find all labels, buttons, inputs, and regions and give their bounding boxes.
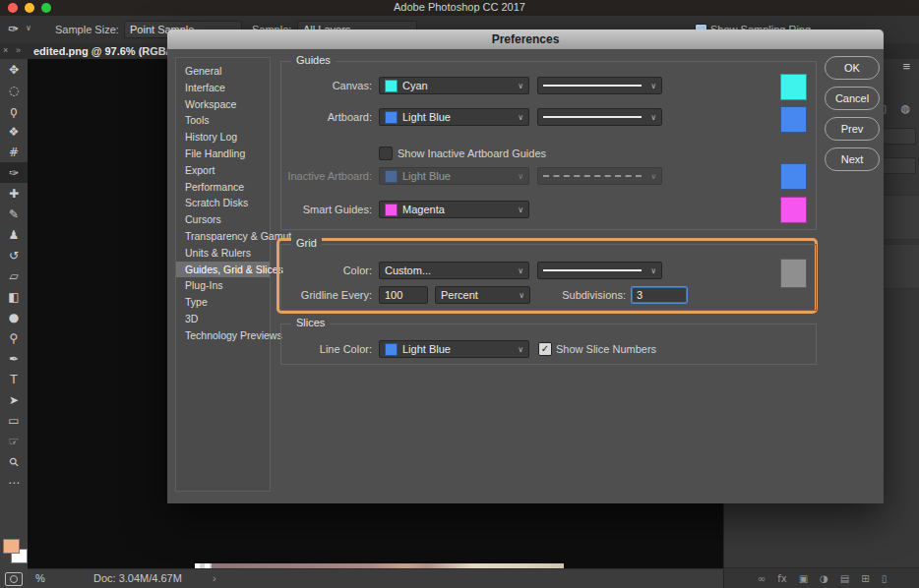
crop-tool[interactable]: #	[0, 142, 28, 162]
healing-brush-tool[interactable]: ✚	[0, 183, 28, 204]
panel-menu-icon[interactable]: ≡	[902, 59, 910, 74]
layer-mask-icon[interactable]: ▣	[799, 573, 808, 584]
link-icon[interactable]: ∞	[758, 573, 766, 584]
dodge-tool[interactable]: ⚲	[0, 327, 28, 348]
path-selection-tool[interactable]: ➤	[0, 389, 28, 410]
grid-color-value: Custom...	[385, 265, 431, 276]
chevron-down-icon: ∨	[650, 113, 656, 122]
fx-icon[interactable]: fx	[777, 573, 786, 584]
eraser-tool[interactable]: ▱	[0, 265, 28, 286]
zoom-tool-icon: ⚲	[6, 453, 22, 469]
zoom-tool[interactable]: ⚲	[0, 451, 28, 472]
sidebar-item-file-handling[interactable]: File Handling	[176, 146, 270, 162]
crop-tool-icon: #	[9, 146, 19, 159]
slice-line-color-label: Line Color:	[226, 343, 372, 355]
canvas-color-swatch[interactable]	[780, 74, 807, 100]
canvas-color-dropdown[interactable]: Cyan ∨	[379, 77, 529, 94]
marquee-tool[interactable]: ◌	[0, 80, 28, 100]
brush-tool[interactable]: ✎	[0, 204, 28, 224]
quick-selection-tool[interactable]: ❖	[0, 121, 28, 142]
sidebar-item-general[interactable]: General	[176, 63, 270, 80]
cancel-button[interactable]: Cancel	[825, 87, 880, 110]
photoshop-window: Adobe Photoshop CC 2017 ✑ ∨ Sample Size:…	[0, 0, 919, 588]
inactive-artboard-line-style-dropdown: ∨	[537, 167, 662, 185]
marquee-tool-icon: ◌	[9, 84, 19, 97]
smart-guides-label: Smart Guides:	[226, 204, 372, 215]
document-tab[interactable]: edited.png @ 97.6% (RGB/8#)	[33, 45, 185, 57]
delete-layer-icon[interactable]: ▯	[882, 573, 888, 584]
subdivisions-input[interactable]: 3	[631, 286, 688, 304]
chevron-down-icon: ∨	[518, 266, 523, 275]
hand-tool[interactable]: ☞	[0, 431, 28, 451]
panel-overflow-icon[interactable]: »	[16, 45, 21, 55]
screen-mode-icon[interactable]	[5, 572, 23, 586]
line-style-preview	[543, 269, 642, 271]
sidebar-item-workspace[interactable]: Workspace	[176, 96, 270, 113]
show-slice-numbers-checkbox[interactable]	[538, 342, 552, 356]
sidebar-item-units-rulers[interactable]: Units & Rulers	[176, 245, 270, 262]
artboard-label: Artboard:	[226, 111, 372, 123]
status-chevron-icon[interactable]: ›	[213, 572, 216, 584]
show-inactive-artboard-guides-label: Show Inactive Artboard Guides	[398, 147, 546, 159]
grid-color-swatch[interactable]	[780, 259, 807, 288]
history-brush-tool-icon: ↺	[9, 249, 19, 263]
inactive-artboard-color-dropdown: Light Blue ∨	[379, 167, 529, 185]
close-icon[interactable]: ×	[3, 45, 8, 55]
eyedropper-icon[interactable]: ✑	[8, 22, 19, 36]
foreground-color-swatch[interactable]	[3, 539, 20, 554]
smart-guides-color-swatch[interactable]	[780, 197, 807, 223]
type-tool[interactable]: T	[0, 369, 28, 389]
smart-guides-color-dropdown[interactable]: Magenta ∨	[379, 201, 529, 218]
lasso-tool[interactable]: ϙ	[0, 100, 28, 121]
artboard-line-style-dropdown[interactable]: ∨	[537, 108, 662, 126]
group-icon[interactable]: ▤	[840, 573, 849, 584]
clone-stamp-tool[interactable]: ♟	[0, 224, 28, 245]
chevron-down-icon: ∨	[518, 345, 523, 354]
gradient-tool[interactable]: ◧	[0, 286, 28, 307]
color-swatches	[3, 539, 27, 564]
sidebar-item-3d[interactable]: 3D	[176, 311, 270, 327]
eyedropper-tool-icon: ✑	[9, 166, 19, 180]
adjustment-layer-icon[interactable]: ◑	[820, 573, 828, 584]
gridline-every-input[interactable]: 100	[379, 286, 428, 304]
sidebar-item-technology-previews[interactable]: Technology Previews	[176, 327, 270, 344]
pen-tool[interactable]: ✒	[0, 348, 28, 369]
slices-legend: Slices	[291, 317, 330, 328]
guides-legend: Guides	[291, 54, 336, 66]
new-layer-icon[interactable]: ⊞	[861, 573, 869, 584]
zoom-percent-label: %	[35, 572, 45, 584]
dialog-title[interactable]: Preferences	[167, 29, 884, 49]
gridline-every-value: 100	[385, 289, 402, 301]
artboard-color-swatch[interactable]	[780, 106, 807, 133]
slice-line-color-dropdown[interactable]: Light Blue ∨	[379, 340, 529, 358]
type-tool-icon: T	[10, 373, 17, 386]
grid-line-style-dropdown[interactable]: ∨	[537, 262, 662, 279]
canvas-line-style-dropdown[interactable]: ∨	[537, 77, 662, 94]
show-inactive-artboard-guides-checkbox[interactable]	[379, 147, 393, 160]
artboard-color-dropdown[interactable]: Light Blue ∨	[379, 108, 529, 126]
more-tools[interactable]: ⋯	[0, 472, 28, 493]
eyedropper-tool[interactable]: ✑	[0, 162, 28, 183]
clone-stamp-tool-icon: ♟	[9, 228, 20, 242]
sidebar-item-history-log[interactable]: History Log	[176, 129, 270, 146]
inactive-artboard-color-swatch[interactable]	[780, 163, 807, 190]
blur-tool[interactable]: ●	[0, 307, 28, 327]
sidebar-item-transparency-gamut[interactable]: Transparency & Gamut	[176, 228, 270, 245]
hand-tool-icon: ☞	[9, 435, 20, 448]
chevron-down-icon[interactable]: ∨	[26, 24, 31, 32]
ok-button[interactable]: OK	[825, 56, 880, 80]
fill-icon[interactable]: ◍	[900, 102, 910, 115]
doc-size-info: Doc: 3.04M/4.67M	[93, 572, 182, 584]
chevron-down-icon: ∨	[518, 206, 523, 214]
rectangle-tool-icon: ▭	[8, 414, 19, 428]
tools-panel: ✥◌ϙ❖#✑✚✎♟↺▱◧●⚲✒T➤▭☞⚲⋯	[0, 59, 29, 588]
prev-button[interactable]: Prev	[825, 117, 880, 141]
next-button[interactable]: Next	[825, 147, 880, 171]
grid-color-label: Color:	[226, 265, 372, 276]
rectangle-tool[interactable]: ▭	[0, 410, 28, 431]
history-brush-tool[interactable]: ↺	[0, 245, 28, 265]
brush-tool-icon: ✎	[9, 207, 19, 221]
move-tool[interactable]: ✥	[0, 59, 28, 80]
grid-color-dropdown[interactable]: Custom... ∨	[379, 262, 529, 279]
path-selection-tool-icon: ➤	[9, 393, 19, 407]
